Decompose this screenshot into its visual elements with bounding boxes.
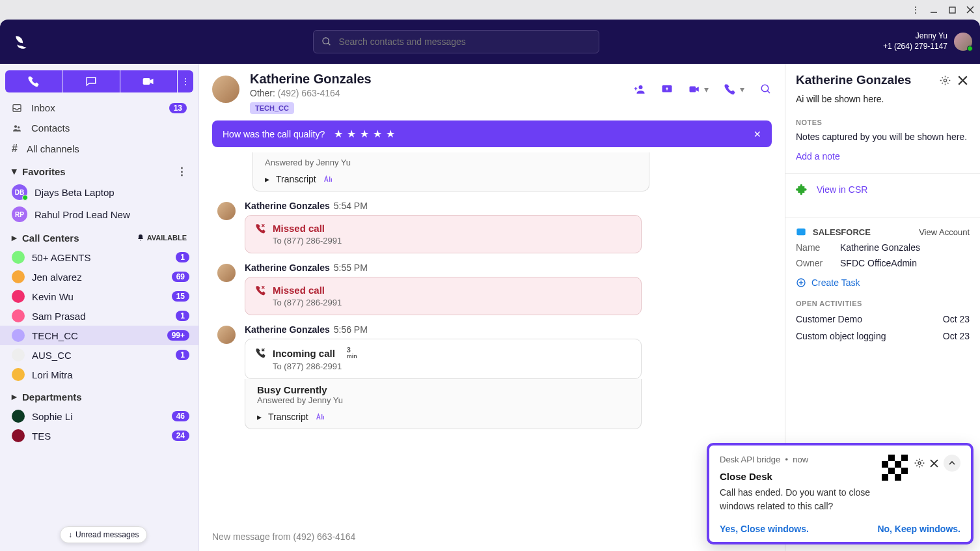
tag-chip[interactable]: TECH_CC (250, 102, 294, 114)
message-button[interactable] (62, 70, 119, 92)
incoming-call-card[interactable]: Incoming call 3min To (877) 286-2991 (245, 339, 642, 379)
toast-collapse-icon[interactable] (944, 455, 960, 472)
color-dot-icon (12, 290, 25, 303)
search-field[interactable] (338, 36, 591, 47)
phone-more-icon[interactable]: ▾ (740, 84, 744, 94)
call-center-item[interactable]: Jen alvarez 69 (0, 267, 198, 287)
badge: 15 (172, 291, 189, 302)
unread-messages-pill[interactable]: ↓ Unread messages (60, 526, 147, 543)
close-icon[interactable] (966, 5, 975, 14)
department-item[interactable]: Sophie Li 46 (0, 406, 198, 426)
arrow-down-icon: ↓ (68, 530, 72, 539)
notes-label: NOTES (796, 119, 970, 126)
user-menu[interactable]: Jenny Yu +1 (264) 279-1147 (883, 31, 972, 51)
badge: 13 (169, 103, 187, 113)
favorite-item[interactable]: RP Rahul Prod Lead New (0, 203, 198, 225)
call-center-item[interactable]: TECH_CC 99+ (0, 326, 198, 345)
more-actions-button[interactable]: ⋮ (178, 70, 193, 92)
call-centers-header[interactable]: ▸ Call Centers AVAILABLE (0, 225, 198, 247)
conversation-pane: Katherine Gonzales Other: (492) 663-4164… (199, 64, 785, 551)
favorites-header[interactable]: ▾ Favorites ⋮ (0, 159, 198, 181)
svg-point-13 (761, 85, 769, 92)
notes-placeholder: Notes captured by you will be shown here… (796, 132, 970, 142)
avatar (954, 33, 972, 51)
more-icon[interactable]: ⋮ (177, 165, 187, 177)
sender-avatar (217, 326, 236, 344)
add-contact-icon[interactable] (634, 83, 646, 95)
minimize-icon[interactable] (929, 5, 938, 14)
toast-settings-icon[interactable] (914, 458, 925, 468)
activity-row[interactable]: Custom object logging Oct 23 (796, 324, 970, 341)
gear-icon[interactable] (940, 75, 951, 86)
answered-card: Answered by Jenny Yu ▸ Transcript (252, 152, 649, 191)
transcript-toggle[interactable]: ▸ Transcript (257, 405, 629, 422)
favorite-item[interactable]: DB Djays Beta Laptop (0, 181, 198, 203)
star-icon[interactable]: ★ (360, 128, 369, 140)
availability-badge[interactable]: AVAILABLE (137, 234, 187, 242)
activity-date: Oct 23 (943, 331, 970, 341)
search-input[interactable] (313, 30, 599, 53)
color-dot-icon (12, 429, 25, 442)
add-note-button[interactable]: Add a note (796, 151, 840, 162)
transcript-toggle[interactable]: ▸ Transcript (265, 167, 637, 184)
bell-icon (137, 234, 144, 242)
create-task-button[interactable]: Create Task (796, 277, 970, 288)
nav-contacts[interactable]: Contacts (0, 118, 198, 138)
view-in-csr-button[interactable]: View in CSR (796, 174, 970, 205)
ai-placeholder: Ai will be shown here. (796, 94, 970, 104)
search-in-convo-icon[interactable] (760, 83, 772, 95)
view-account-button[interactable]: View Account (919, 227, 970, 237)
toast-no-button[interactable]: No, Keep windows. (877, 524, 960, 534)
activity-date: Oct 23 (943, 314, 970, 324)
star-icon[interactable]: ★ (386, 128, 395, 140)
call-center-item[interactable]: AUS_CC 1 (0, 345, 198, 365)
department-item[interactable]: TES 24 (0, 426, 198, 445)
departments-header[interactable]: ▸ Departments (0, 384, 198, 406)
call-duration: 3min (347, 346, 357, 360)
rating-stars[interactable]: ★ ★ ★ ★ ★ (334, 128, 395, 140)
activity-row[interactable]: Customer Demo Oct 23 (796, 307, 970, 324)
video-more-icon[interactable]: ▾ (704, 84, 709, 94)
toast-yes-button[interactable]: Yes, Close windows. (720, 524, 809, 534)
close-panel-icon[interactable] (958, 76, 970, 85)
titlebar-menu-icon[interactable]: ⋮ (911, 5, 920, 14)
user-phone: +1 (264) 279-1147 (883, 42, 947, 52)
missed-call-icon (256, 223, 266, 234)
avatar: DB (12, 184, 27, 200)
svg-line-5 (328, 43, 330, 45)
nav-inbox[interactable]: Inbox 13 (0, 98, 198, 118)
video-button[interactable] (120, 70, 177, 92)
toast-close-icon[interactable] (930, 459, 938, 468)
maximize-icon[interactable] (947, 5, 957, 14)
message-composer[interactable]: New message from (492) 663-4164 (199, 525, 785, 551)
dismiss-rating-icon[interactable]: ✕ (754, 129, 761, 139)
nav-hash[interactable]: # All channels (0, 138, 198, 159)
toast-source: Desk API bridge • now (720, 455, 882, 464)
svg-point-15 (944, 79, 946, 81)
chevron-right-icon: ▸ (12, 391, 17, 403)
svg-point-8 (14, 125, 17, 128)
call-center-item[interactable]: 50+ AGENTS 1 (0, 247, 198, 267)
sender-avatar (217, 202, 236, 220)
call-button[interactable] (5, 70, 62, 92)
call-center-item[interactable]: Kevin Wu 15 (0, 287, 198, 306)
sf-owner-value: SFDC OfficeAdmin (840, 258, 917, 268)
color-dot-icon (12, 329, 25, 342)
color-dot-icon (12, 368, 25, 381)
star-icon[interactable]: ★ (347, 128, 356, 140)
video-call-icon[interactable] (688, 83, 700, 95)
call-centers-label: Call Centers (22, 233, 79, 244)
answered-card: Busy Currently Answered by Jenny Yu ▸ Tr… (245, 379, 642, 429)
star-icon[interactable]: ★ (334, 128, 343, 140)
missed-call-card[interactable]: Missed call To (877) 286-2991 (245, 215, 642, 253)
star-icon[interactable]: ★ (373, 128, 382, 140)
call-center-item[interactable]: Lori Mitra (0, 365, 198, 384)
rating-prompt: How was the call quality? (223, 129, 325, 139)
call-center-item[interactable]: Sam Prasad 1 (0, 306, 198, 326)
phone-call-icon[interactable] (724, 83, 736, 95)
screenshare-icon[interactable] (661, 83, 673, 95)
favorites-label: Favorites (22, 166, 66, 177)
svg-point-9 (18, 126, 20, 128)
incoming-call-icon (256, 348, 266, 358)
missed-call-card[interactable]: Missed call To (877) 286-2991 (245, 277, 642, 315)
